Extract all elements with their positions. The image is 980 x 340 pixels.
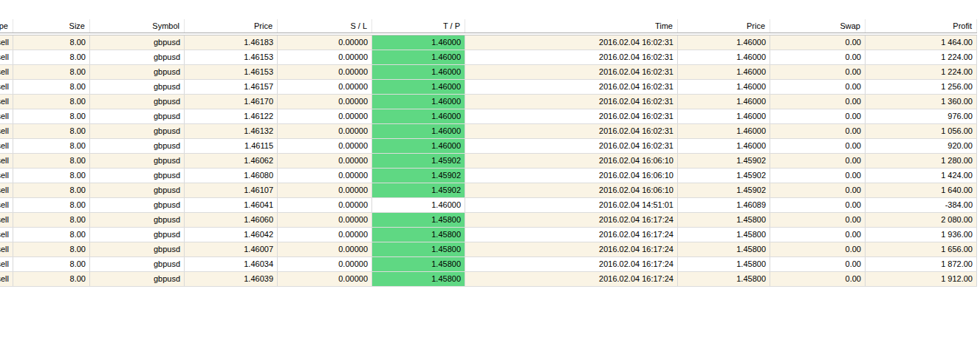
cell-time: 2016.02.04 16:17:24 [465,272,678,286]
cell-tp: 1.45800 [372,242,465,256]
column-header-sl[interactable]: S / L [278,19,372,33]
column-header-tp[interactable]: T / P [372,19,465,33]
cell-profit: 1 224.00 [866,50,977,64]
cell-price: 1.46039 [185,272,278,286]
cell-size: 8.00 [13,228,90,242]
table-row[interactable]: sell8.00gbpusd1.460070.000001.458002016.… [0,242,977,257]
cell-symbol: gbpusd [90,50,185,64]
cell-time: 2016.02.04 16:17:24 [465,242,678,256]
column-header-type[interactable]: Type [0,19,13,33]
table-row[interactable]: sell8.00gbpusd1.461150.000001.460002016.… [0,139,977,154]
cell-symbol: gbpusd [90,109,185,123]
table-row[interactable]: sell8.00gbpusd1.460620.000001.459022016.… [0,154,977,169]
cell-sl: 0.00000 [278,109,372,123]
table-row[interactable]: sell8.00gbpusd1.461220.000001.460002016.… [0,109,977,124]
cell-symbol: gbpusd [90,169,185,183]
column-header-time[interactable]: Time [465,19,678,33]
cell-swap: 0.00 [770,95,866,109]
cell-time: 2016.02.04 16:06:10 [465,169,678,183]
table-row[interactable]: sell8.00gbpusd1.461530.000001.460002016.… [0,50,977,65]
cell-price: 1.46153 [185,65,278,79]
cell-size: 8.00 [13,139,90,153]
cell-sl: 0.00000 [278,272,372,286]
table-row[interactable]: sell8.00gbpusd1.461070.000001.459022016.… [0,183,977,198]
cell-symbol: gbpusd [90,95,185,109]
cell-size: 8.00 [13,80,90,94]
cell-price2: 1.45800 [678,213,770,227]
table-row[interactable]: sell8.00gbpusd1.460800.000001.459022016.… [0,169,977,183]
column-header-swap[interactable]: Swap [770,19,866,33]
cell-profit: 1 280.00 [866,154,977,168]
column-header-price[interactable]: Price [185,19,278,33]
cell-price2: 1.45800 [678,242,770,256]
cell-time: 2016.02.04 16:02:31 [465,50,678,64]
cell-price: 1.46107 [185,183,278,197]
cell-type: sell [0,154,13,168]
cell-time: 2016.02.04 14:51:01 [465,198,678,212]
table-row[interactable]: sell8.00gbpusd1.461570.000001.460002016.… [0,80,977,95]
cell-sl: 0.00000 [278,242,372,256]
cell-type: sell [0,124,13,138]
cell-swap: 0.00 [770,80,866,94]
column-header-price2[interactable]: Price [678,19,770,33]
table-row[interactable]: sell8.00gbpusd1.460420.000001.458002016.… [0,228,977,242]
cell-symbol: gbpusd [90,124,185,138]
table-row[interactable]: sell8.00gbpusd1.461830.000001.460002016.… [0,35,977,50]
cell-price2: 1.45902 [678,183,770,197]
cell-profit: 1 424.00 [866,169,977,183]
cell-price2: 1.46089 [678,198,770,212]
cell-price2: 1.45902 [678,169,770,183]
cell-size: 8.00 [13,198,90,212]
cell-swap: 0.00 [770,272,866,286]
cell-profit: 1 872.00 [866,257,977,271]
cell-tp: 1.46000 [372,95,465,109]
cell-price2: 1.45800 [678,257,770,271]
table-row[interactable]: sell8.00gbpusd1.461320.000001.460002016.… [0,124,977,139]
cell-tp: 1.45800 [372,272,465,286]
cell-time: 2016.02.04 16:06:10 [465,183,678,197]
cell-swap: 0.00 [770,124,866,138]
table-header-row: TypeSizeSymbolPriceS / LT / PTimePriceSw… [0,19,977,33]
cell-profit: 1 640.00 [866,183,977,197]
table-row[interactable]: sell8.00gbpusd1.461700.000001.460002016.… [0,95,977,109]
cell-tp: 1.46000 [372,124,465,138]
table-row[interactable]: sell8.00gbpusd1.460410.000001.460002016.… [0,198,977,213]
cell-price2: 1.46000 [678,50,770,64]
cell-size: 8.00 [13,65,90,79]
column-header-profit[interactable]: Profit [866,19,977,33]
cell-tp: 1.46000 [372,65,465,79]
cell-price2: 1.45902 [678,154,770,168]
cell-size: 8.00 [13,50,90,64]
cell-time: 2016.02.04 16:17:24 [465,228,678,242]
cell-time: 2016.02.04 16:02:31 [465,65,678,79]
cell-price: 1.46060 [185,213,278,227]
table-row[interactable]: sell8.00gbpusd1.460600.000001.458002016.… [0,213,977,228]
cell-time: 2016.02.04 16:02:31 [465,109,678,123]
column-header-symbol[interactable]: Symbol [90,19,185,33]
cell-profit: 920.00 [866,139,977,153]
cell-price: 1.46034 [185,257,278,271]
table-row[interactable]: sell8.00gbpusd1.461530.000001.460002016.… [0,65,977,80]
cell-price2: 1.45800 [678,228,770,242]
cell-type: sell [0,242,13,256]
cell-size: 8.00 [13,35,90,50]
cell-price: 1.46041 [185,198,278,212]
cell-tp: 1.45902 [372,183,465,197]
cell-price: 1.46183 [185,35,278,50]
table-row[interactable]: sell8.00gbpusd1.460340.000001.458002016.… [0,257,977,272]
column-header-size[interactable]: Size [13,19,90,33]
cell-tp: 1.46000 [372,50,465,64]
cell-profit: 1 936.00 [866,228,977,242]
cell-tp: 1.46000 [372,198,465,212]
cell-type: sell [0,65,13,79]
cell-symbol: gbpusd [90,35,185,50]
cell-price2: 1.46000 [678,139,770,153]
cell-time: 2016.02.04 16:06:10 [465,154,678,168]
cell-profit: 1 056.00 [866,124,977,138]
cell-tp: 1.45902 [372,169,465,183]
cell-time: 2016.02.04 16:17:24 [465,213,678,227]
cell-price2: 1.46000 [678,95,770,109]
table-row[interactable]: sell8.00gbpusd1.460390.000001.458002016.… [0,272,977,287]
trade-history-table: TypeSizeSymbolPriceS / LT / PTimePriceSw… [0,19,977,287]
cell-symbol: gbpusd [90,257,185,271]
